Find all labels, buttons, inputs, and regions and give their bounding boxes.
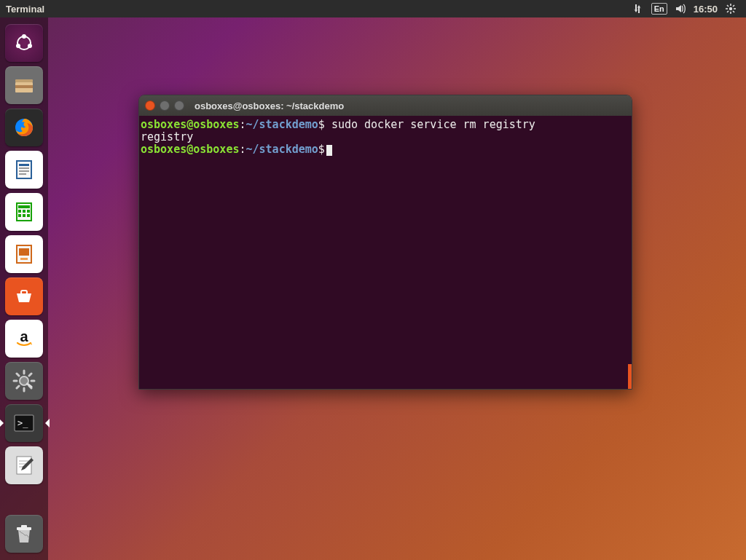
window-close-icon[interactable] [145, 100, 155, 111]
prompt-sep: : [239, 143, 246, 156]
svg-line-5 [727, 5, 729, 7]
launcher-software-icon[interactable] [5, 277, 43, 315]
launcher: a >_ [0, 17, 48, 560]
svg-rect-33 [21, 291, 27, 294]
window-minimize-icon[interactable] [160, 100, 170, 111]
launcher-files-icon[interactable] [5, 66, 43, 104]
launcher-firefox-icon[interactable] [5, 109, 43, 146]
svg-rect-17 [17, 161, 31, 178]
gear-icon[interactable] [725, 0, 737, 17]
terminal-window[interactable]: osboxes@osboxes: ~/stackdemo osboxes@osb… [138, 95, 632, 390]
launcher-calc-icon[interactable] [5, 193, 43, 231]
keyboard-layout-label: En [651, 3, 667, 15]
svg-rect-29 [27, 214, 30, 217]
svg-text:>_: >_ [17, 418, 28, 428]
clock-label[interactable]: 16:50 [694, 0, 718, 17]
scrollbar-indicator[interactable] [628, 364, 632, 389]
prompt-sep: : [239, 118, 246, 131]
prompt-path: ~/stackdemo [246, 143, 318, 156]
svg-rect-31 [19, 248, 29, 256]
svg-rect-18 [19, 164, 29, 166]
output-line: registry [141, 130, 193, 143]
launcher-amazon-icon[interactable]: a [5, 320, 43, 358]
svg-rect-26 [27, 210, 30, 213]
svg-rect-13 [15, 79, 33, 82]
svg-point-10 [22, 34, 26, 39]
svg-rect-23 [18, 205, 30, 208]
active-app-label: Terminal [6, 4, 44, 15]
launcher-impress-icon[interactable] [5, 235, 43, 273]
prompt-user: osboxes@osboxes [141, 143, 239, 156]
launcher-settings-icon[interactable] [5, 362, 43, 400]
svg-rect-25 [23, 210, 25, 213]
terminal-cursor [326, 145, 332, 156]
network-icon[interactable] [632, 0, 644, 17]
terminal-body[interactable]: osboxes@osboxes:~/stackdemo$ sudo docker… [139, 116, 632, 389]
window-titlebar[interactable]: osboxes@osboxes: ~/stackdemo [139, 95, 632, 116]
svg-rect-19 [19, 167, 29, 169]
svg-rect-27 [18, 214, 21, 217]
svg-line-8 [733, 5, 734, 7]
svg-rect-24 [18, 210, 21, 213]
launcher-writer-icon[interactable] [5, 151, 43, 189]
svg-rect-44 [21, 525, 27, 528]
svg-rect-15 [15, 85, 33, 88]
svg-point-11 [16, 44, 20, 48]
prompt-symbol: $ [318, 143, 325, 156]
svg-rect-20 [19, 170, 29, 172]
svg-line-7 [727, 11, 729, 12]
keyboard-layout-icon[interactable]: En [651, 0, 667, 17]
command-text: sudo docker service rm registry [325, 118, 535, 131]
svg-point-0 [729, 7, 732, 10]
launcher-terminal-icon[interactable]: >_ [5, 404, 43, 442]
launcher-gedit-icon[interactable] [5, 446, 43, 484]
volume-icon[interactable] [675, 0, 686, 17]
svg-rect-28 [23, 214, 25, 217]
svg-text:a: a [20, 328, 28, 344]
window-maximize-icon[interactable] [174, 100, 184, 111]
prompt-symbol: $ [318, 118, 325, 131]
svg-point-12 [28, 44, 32, 48]
svg-rect-21 [19, 173, 26, 175]
svg-rect-32 [20, 258, 28, 260]
svg-line-6 [733, 11, 734, 12]
launcher-trash-icon[interactable] [5, 515, 43, 553]
top-panel: Terminal En 16:50 [0, 0, 746, 17]
launcher-dash-icon[interactable] [5, 24, 43, 62]
prompt-path: ~/stackdemo [246, 118, 318, 131]
prompt-user: osboxes@osboxes [141, 118, 239, 131]
window-title: osboxes@osboxes: ~/stackdemo [195, 100, 344, 111]
